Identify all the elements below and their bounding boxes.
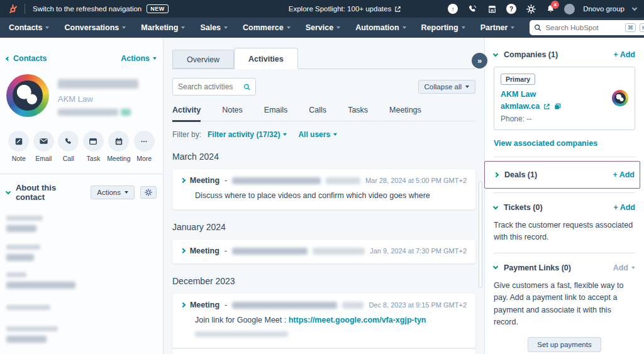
primary-badge: Primary (501, 74, 535, 85)
activity-timestamp: Jan 9, 2024 at 7:30 PM GMT+2 (370, 247, 467, 255)
card-text-redacted (195, 331, 288, 337)
nav-sales[interactable]: Sales (200, 23, 228, 32)
set-up-payments-button[interactable]: Set up payments (528, 337, 601, 352)
meeting-title-redacted (232, 302, 336, 309)
month-heading: January 2024 (172, 222, 475, 232)
add-ticket-button[interactable]: + Add (613, 203, 635, 212)
top-utility-bar: Switch to the refreshed navigation NEW E… (0, 0, 644, 18)
meeting-title-redacted (232, 248, 308, 255)
subtab-tasks[interactable]: Tasks (348, 106, 368, 121)
task-icon (89, 137, 97, 146)
filter-activity-dropdown[interactable]: Filter activity (17/32) (208, 130, 287, 139)
notification-count-badge: 4 (551, 1, 559, 9)
chevron-down-icon (181, 26, 185, 29)
nav-service[interactable]: Service (306, 23, 340, 32)
settings-gear-icon[interactable] (525, 3, 536, 14)
collapse-all-button[interactable]: Collapse all (418, 80, 475, 94)
meet-link-prefix: Join link for Google Meet : (195, 316, 286, 324)
copy-icon[interactable] (554, 103, 561, 110)
about-settings-button[interactable] (140, 186, 157, 199)
search-activities-input[interactable] (178, 82, 241, 91)
subtab-notes[interactable]: Notes (222, 106, 243, 121)
payments-description: Give customers a fast, flexible way to p… (494, 280, 635, 329)
nav-conversations[interactable]: Conversations (64, 23, 126, 32)
nav-partner[interactable]: Partner (480, 23, 515, 32)
collapse-companies-chevron[interactable] (493, 51, 498, 56)
scrollbar-thumb[interactable] (479, 181, 482, 288)
help-icon[interactable]: ? (506, 3, 517, 14)
google-meet-link[interactable]: https://meet.google.com/vfa-xgjp-tyn (289, 316, 426, 324)
global-search-input[interactable] (545, 24, 621, 31)
nav-contacts[interactable]: Contacts (9, 23, 49, 32)
expand-chevron-icon[interactable] (180, 178, 186, 183)
explore-spotlight-link[interactable]: Explore Spotlight: 100+ updates (289, 5, 401, 13)
collapse-tickets-chevron[interactable] (493, 204, 498, 209)
add-company-button[interactable]: + Add (613, 50, 635, 59)
subtab-emails[interactable]: Emails (264, 106, 288, 121)
collapse-panel-button[interactable]: » (470, 52, 489, 70)
switch-navigation-link[interactable]: Switch to the refreshed navigation (33, 5, 142, 13)
marketplace-icon[interactable] (486, 3, 497, 14)
double-chevron-right-icon: » (477, 56, 482, 65)
search-activities-box[interactable] (172, 78, 256, 96)
main-nav-bar: Contacts Conversations Marketing Sales C… (0, 18, 644, 38)
calling-icon[interactable] (467, 3, 478, 14)
user-avatar[interactable] (564, 4, 575, 14)
month-heading: December 2023 (172, 276, 475, 286)
subtab-calls[interactable]: Calls (309, 106, 326, 121)
company-card: Primary AKM Law akmlaw.ca Phone: -- (494, 67, 635, 130)
tab-overview[interactable]: Overview (172, 50, 234, 69)
contact-actions-dropdown[interactable]: Actions (121, 54, 157, 63)
chevron-down-icon (125, 191, 128, 194)
chevron-down-icon (631, 267, 635, 269)
task-button[interactable]: Task (82, 131, 105, 162)
meeting-attendee-redacted (342, 302, 364, 309)
external-link-icon[interactable] (543, 103, 550, 110)
email-button[interactable]: Email (33, 131, 55, 162)
account-menu[interactable]: Dnovo group (583, 5, 625, 13)
expand-chevron-icon[interactable] (180, 302, 186, 307)
company-domain-link[interactable]: akmlaw.ca (501, 102, 540, 111)
back-to-contacts-link[interactable]: Contacts (6, 54, 47, 63)
payment-links-section: Payment Links (0) Add Give customers a f… (494, 253, 635, 354)
deals-section: Deals (1) + Add (494, 157, 635, 192)
month-heading: March 2024 (172, 152, 475, 162)
add-payment-dropdown[interactable]: Add (613, 263, 635, 272)
activity-card: Meeting - Dec 8, 2023 at 9:15 PM GMT+2 J… (172, 294, 475, 348)
add-deal-button[interactable]: + Add (613, 170, 635, 179)
all-users-dropdown[interactable]: All users (298, 130, 337, 139)
notifications-bell-icon[interactable]: 4 (545, 3, 556, 14)
call-button[interactable]: Call (57, 131, 80, 162)
subtab-activity[interactable]: Activity (172, 106, 201, 122)
company-name-link[interactable]: AKM Law (501, 90, 612, 99)
nav-reporting[interactable]: Reporting (421, 23, 465, 32)
chevron-down-icon (465, 86, 469, 88)
deals-highlight-box[interactable]: Deals (1) + Add (484, 161, 640, 189)
collapse-payments-chevron[interactable] (493, 264, 498, 269)
email-icon (39, 136, 48, 146)
expand-chevron-icon[interactable] (180, 248, 186, 253)
global-search[interactable]: ⌘ K (530, 20, 644, 35)
nav-commerce[interactable]: Commerce (243, 23, 291, 32)
activity-type-label: Meeting (190, 246, 219, 255)
activity-type-label: Meeting (190, 176, 219, 185)
meeting-button[interactable]: Meeting (107, 131, 130, 162)
expand-deals-chevron[interactable] (494, 172, 499, 177)
note-button[interactable]: Note (8, 131, 30, 162)
collapse-about-chevron[interactable] (6, 189, 11, 194)
nav-marketing[interactable]: Marketing (141, 23, 185, 32)
contact-email-redacted (58, 109, 118, 116)
view-associated-companies-link[interactable]: View associated companies (494, 139, 635, 148)
copy-email-icon[interactable] (121, 109, 131, 116)
activity-timestamp: Mar 28, 2024 at 5:00 PM GMT+2 (365, 177, 467, 184)
hubspot-logo[interactable] (8, 4, 18, 14)
nav-automation[interactable]: Automation (355, 23, 406, 32)
filter-by-label: Filter by: (172, 130, 201, 139)
more-button[interactable]: More (133, 131, 155, 162)
chevron-down-icon (336, 26, 340, 29)
activity-card: Meeting - Mar 28, 2024 at 5:00 PM GMT+2 … (172, 169, 475, 209)
tab-activities[interactable]: Activities (234, 48, 298, 69)
upgrade-icon[interactable]: ↑ (447, 3, 458, 14)
subtab-meetings[interactable]: Meetings (389, 106, 421, 121)
about-actions-button[interactable]: Actions (91, 185, 135, 199)
